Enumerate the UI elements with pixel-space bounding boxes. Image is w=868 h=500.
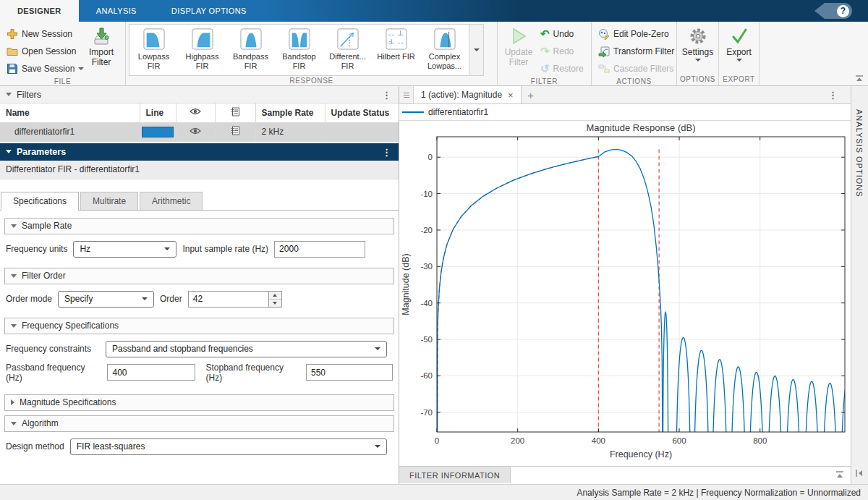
lowpass-fir-icon xyxy=(143,28,165,50)
tab-list-button[interactable] xyxy=(399,86,414,103)
filter-row-line[interactable] xyxy=(140,122,176,141)
line-color-swatch[interactable] xyxy=(142,127,174,137)
spinner-up[interactable] xyxy=(269,292,281,299)
svg-text:Magnitude Response (dB): Magnitude Response (dB) xyxy=(586,122,695,133)
transform-filter-button[interactable]: Transform Filter xyxy=(595,43,678,59)
add-tab-button[interactable]: + xyxy=(522,86,540,103)
svg-text:-70: -70 xyxy=(420,408,433,417)
spinner-down[interactable] xyxy=(269,299,281,307)
frequency-units-select[interactable]: Hz xyxy=(73,241,176,258)
filter-row[interactable]: differentiatorfir1 2 kHz xyxy=(0,122,399,141)
help-button[interactable]: ? xyxy=(814,3,852,19)
ribbon: DESIGNER ANALYSIS DISPLAY OPTIONS ? New … xyxy=(0,0,868,86)
collapse-left-button[interactable] xyxy=(855,469,864,480)
open-session-button[interactable]: Open Session xyxy=(3,43,81,59)
response-gallery-dropdown[interactable] xyxy=(469,24,484,76)
svg-text:-j: -j xyxy=(388,38,391,44)
order-mode-value: Specify xyxy=(64,294,93,304)
response-hilbert-fir[interactable]: j-j Hilbert FIR xyxy=(372,25,420,75)
filters-menu-icon[interactable]: ⋮ xyxy=(382,89,391,100)
magnitude-document-tab[interactable]: 1 (active): Magnitude × xyxy=(414,86,522,103)
order-field[interactable] xyxy=(188,291,269,308)
tab-analysis[interactable]: ANALYSIS xyxy=(79,0,154,22)
transform-filter-icon xyxy=(598,46,610,57)
input-sample-rate-label: Input sample rate (Hz) xyxy=(182,244,268,254)
edit-pole-zero-label: Edit Pole-Zero xyxy=(613,29,669,39)
highpass-fir-label: HighpassFIR xyxy=(186,52,219,71)
bandstop-fir-icon xyxy=(289,28,310,50)
main-area: Filters ⋮ Name Line Sample Rate Update S… xyxy=(0,86,868,484)
import-filter-button[interactable]: ImportFilter xyxy=(81,24,122,77)
tab-designer[interactable]: DESIGNER xyxy=(0,0,79,22)
collapse-up-icon xyxy=(855,75,864,82)
sample-rate-section-header[interactable]: Sample Rate xyxy=(4,218,394,234)
svg-text:Frequency (Hz): Frequency (Hz) xyxy=(610,449,672,459)
parameters-panel-header[interactable]: Parameters ⋮ xyxy=(0,143,399,161)
restore-button[interactable]: ↺ Restore xyxy=(537,60,587,77)
analysis-options-strip[interactable]: ANALYSIS OPTIONS xyxy=(851,86,868,484)
frequency-units-value: Hz xyxy=(80,244,90,254)
list-icon xyxy=(403,92,410,98)
input-sample-rate-field[interactable] xyxy=(274,241,365,258)
undo-button[interactable]: ↶ Undo xyxy=(537,25,587,42)
svg-text:800: 800 xyxy=(753,436,767,445)
chevron-down-icon xyxy=(164,247,170,250)
order-mode-select[interactable]: Specify xyxy=(58,291,154,308)
filter-order-section-header[interactable]: Filter Order xyxy=(4,268,394,284)
response-differentiator-fir[interactable]: Different...FIR xyxy=(323,25,372,75)
filter-information-tab[interactable]: FILTER INFORMATION xyxy=(399,467,511,483)
response-complex-lowpass[interactable]: ComplexLowpas... xyxy=(420,25,469,75)
section-export: Export EXPORT xyxy=(719,22,760,85)
passband-frequency-field[interactable] xyxy=(107,364,195,381)
stopband-frequency-field[interactable] xyxy=(306,364,393,381)
design-method-select[interactable]: FIR least-squares xyxy=(70,438,387,455)
expand-filter-info-button[interactable] xyxy=(835,470,845,481)
save-session-button[interactable]: Save Session xyxy=(3,60,81,77)
tab-arithmetic[interactable]: Arithmetic xyxy=(140,192,203,210)
export-button[interactable]: Export xyxy=(722,24,756,75)
minimize-ribbon-button[interactable] xyxy=(855,74,864,84)
check-icon xyxy=(730,27,749,46)
status-bar: Analysis Sample Rate = 2 kHz | Frequency… xyxy=(0,484,868,500)
update-filter-button[interactable]: UpdateFilter xyxy=(501,24,537,77)
filters-panel-header[interactable]: Filters ⋮ xyxy=(0,86,399,103)
svg-text:j: j xyxy=(399,29,401,35)
hilbert-fir-icon: j-j xyxy=(386,28,407,50)
frequency-constraints-select[interactable]: Passband and stopband frequencies xyxy=(106,341,387,357)
redo-button[interactable]: ↷ Redo xyxy=(537,43,587,59)
settings-label: Settings xyxy=(682,47,713,57)
parameters-menu-icon[interactable]: ⋮ xyxy=(382,146,391,157)
filter-section-label: FILTER xyxy=(498,77,591,87)
new-session-button[interactable]: New Session xyxy=(3,25,81,42)
transform-filter-label: Transform Filter xyxy=(613,46,674,56)
sample-rate-collapse-icon xyxy=(11,224,17,228)
response-highpass-fir[interactable]: HighpassFIR xyxy=(178,25,226,75)
filter-row-info[interactable] xyxy=(215,122,255,141)
svg-text:-40: -40 xyxy=(420,299,433,308)
response-gallery: LowpassFIR HighpassFIR BandpassFIR Bands… xyxy=(129,24,469,76)
algorithm-section-header[interactable]: Algorithm xyxy=(4,415,394,432)
order-spinner[interactable] xyxy=(269,291,282,308)
close-icon[interactable]: × xyxy=(508,90,514,101)
highpass-fir-icon xyxy=(192,28,213,50)
magnitude-response-plot[interactable]: 02004006008000-10-20-30-40-50-60-70Magni… xyxy=(399,121,851,466)
filter-row-visibility[interactable] xyxy=(176,122,215,141)
magnitude-specs-section-header[interactable]: Magnitude Specifications xyxy=(4,394,394,411)
frequency-specs-section-header[interactable]: Frequency Specifications xyxy=(4,318,394,334)
bandpass-fir-label: BandpassFIR xyxy=(233,52,268,71)
response-lowpass-fir[interactable]: LowpassFIR xyxy=(129,25,178,75)
edit-pole-zero-button[interactable]: Edit Pole-Zero xyxy=(595,25,678,42)
frequency-specs-title: Frequency Specifications xyxy=(22,321,119,331)
parameters-panel-title: Parameters xyxy=(17,147,66,157)
settings-button[interactable]: Settings xyxy=(680,24,715,75)
document-menu-icon[interactable]: ⋮ xyxy=(828,90,838,101)
tab-display-options[interactable]: DISPLAY OPTIONS xyxy=(154,0,264,22)
save-icon xyxy=(7,63,18,75)
cascade-filters-button[interactable]: Cascade Filters xyxy=(595,60,678,77)
response-bandpass-fir[interactable]: BandpassFIR xyxy=(226,25,275,75)
update-filter-icon xyxy=(509,27,528,46)
tab-multirate[interactable]: Multirate xyxy=(80,192,138,210)
help-icon: ? xyxy=(837,5,849,17)
tab-specifications[interactable]: Specifications xyxy=(1,192,79,211)
response-bandstop-fir[interactable]: BandstopFIR xyxy=(275,25,323,75)
